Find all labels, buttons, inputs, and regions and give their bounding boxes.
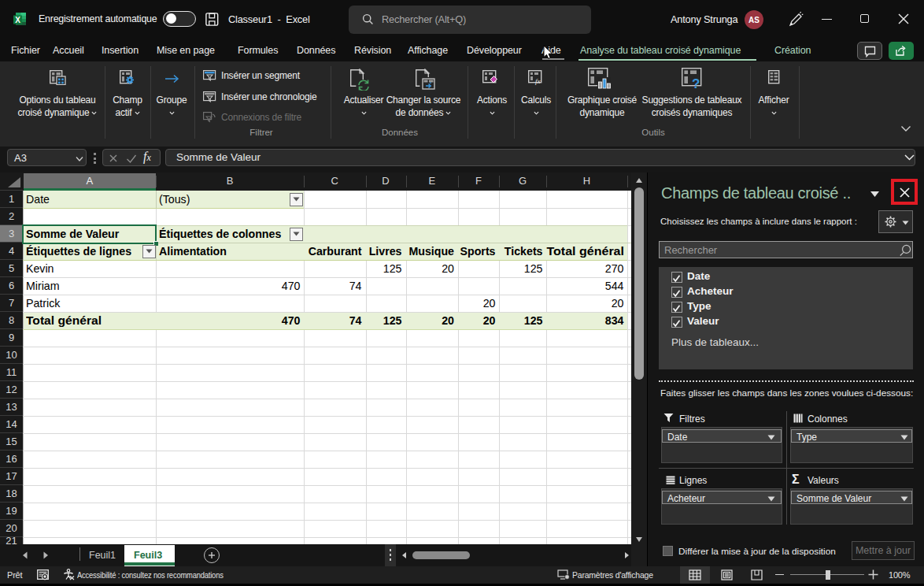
svg-text:fx: fx [535, 77, 541, 85]
svg-text:X: X [15, 16, 20, 24]
svg-text:?: ? [692, 76, 700, 90]
